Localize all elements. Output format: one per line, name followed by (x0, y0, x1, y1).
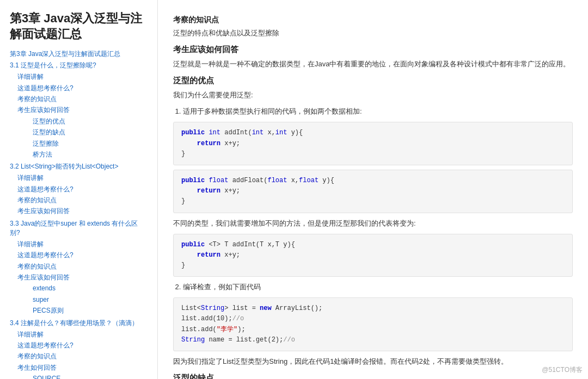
code-block-list: List<String> list = new ArrayList(); lis… (173, 297, 573, 351)
toc-link-3-3-answer[interactable]: 考生应该如何回答 (17, 272, 148, 283)
advantage-item-2: 编译检查，例如下面代码 (183, 281, 573, 293)
toc-link-3-4-detail[interactable]: 详细讲解 (17, 329, 148, 340)
toc-section-3-2: 3.2 List<String>能否转为List<Object> 详细讲解 这道… (10, 162, 148, 217)
toc-link-3-2-answer[interactable]: 考生应该如何回答 (17, 206, 148, 216)
advantages-list-2: 编译检查，例如下面代码 (173, 281, 573, 293)
toc-link-3-4[interactable]: 3.4 注解是什么？有哪些使用场景？（滴滴） (10, 319, 148, 328)
advantage-item-1: 适用于多种数据类型执行相同的代码，例如两个数据相加: (183, 105, 573, 117)
right-panel: 考察的知识点 泛型的特点和优缺点以及泛型擦除 考生应该如何回答 泛型就是一种就是… (158, 0, 588, 379)
answer-heading: 考生应该如何回答 (173, 45, 573, 55)
toc-link-3-1-detail[interactable]: 详细讲解 (17, 71, 148, 82)
toc-link-3-3-consider[interactable]: 这道题想考察什么? (17, 250, 148, 260)
toc-top-link[interactable]: 第3章 Java深入泛型与注解面试题汇总 (10, 49, 148, 59)
toc-link-3-1-disadv[interactable]: 泛型的缺点 (33, 127, 148, 138)
toc-sub2-3-4: SOURCE Lint APT注解处理器 CLASS RUNTIME (17, 373, 148, 379)
code-block-generic-add: public <T> T addInt(T x,T y){ return x+y… (173, 234, 573, 277)
toc-sub2-3-3: extends super PECS原则 (17, 283, 148, 316)
left-panel: 第3章 Java深入泛型与注解面试题汇总 第3章 Java深入泛型与注解面试题汇… (0, 0, 158, 379)
toc-link-3-1-answer[interactable]: 考生应该如何回答 (17, 104, 148, 115)
watermark: @51CTO博客 (542, 365, 583, 375)
toc-link-3-3-knowledge[interactable]: 考察的知识点 (17, 261, 148, 272)
toc-sub-3-3: 详细讲解 这道题想考察什么? 考察的知识点 考生应该如何回答 extends s… (10, 239, 148, 316)
toc-link-3-1-adv[interactable]: 泛型的优点 (33, 116, 148, 127)
toc-link-3-4-source[interactable]: SOURCE (33, 373, 148, 379)
code-block-addfloat: public float addFloat(float x,float y){ … (173, 170, 573, 213)
toc-link-3-2-knowledge[interactable]: 考察的知识点 (17, 195, 148, 206)
toc-section-3-3: 3.3 Java的泛型中super 和 extends 有什么区别? 详细讲解 … (10, 219, 148, 316)
advantages-intro: 我们为什么需要使用泛型: (173, 89, 573, 101)
toc-sub-3-2: 详细讲解 这道题想考察什么? 考察的知识点 考生应该如何回答 (10, 172, 148, 217)
toc-link-3-3-extends[interactable]: extends (33, 283, 148, 294)
main-title: 第3章 Java深入泛型与注解面试题汇总 (10, 11, 148, 42)
toc-link-3-2[interactable]: 3.2 List<String>能否转为List<Object> (10, 162, 148, 171)
toc-link-3-1-erasure[interactable]: 泛型擦除 (33, 138, 148, 149)
toc-link-3-1-knowledge[interactable]: 考察的知识点 (17, 94, 148, 104)
disadvantages-heading: 泛型的缺点 (173, 373, 573, 379)
toc-link-3-4-knowledge[interactable]: 考察的知识点 (17, 351, 148, 362)
knowledge-body: 泛型的特点和优缺点以及泛型擦除 (173, 27, 573, 39)
toc-link-3-3-detail[interactable]: 详细讲解 (17, 239, 148, 250)
code-block-addint: public int addInt(int x,int y){ return x… (173, 122, 573, 165)
toc-sub-3-4: 详细讲解 这道题想考察什么? 考察的知识点 考生如何回答 SOURCE Lint… (10, 329, 148, 379)
toc-link-3-1-bridge[interactable]: 桥方法 (33, 149, 148, 160)
toc-link-3-4-consider[interactable]: 这道题想考察什么? (17, 340, 148, 351)
toc-link-3-1[interactable]: 3.1 泛型是什么，泛型擦除呢? (10, 61, 148, 70)
knowledge-heading: 考察的知识点 (173, 15, 573, 25)
advantages-list: 适用于多种数据类型执行相同的代码，例如两个数据相加: (173, 105, 573, 117)
toc-link-3-2-consider[interactable]: 这道题想考察什么? (17, 184, 148, 195)
toc-link-3-1-consider[interactable]: 这道题想考察什么? (17, 83, 148, 94)
toc-link-3-2-detail[interactable]: 详细讲解 (17, 172, 148, 183)
advantages-heading: 泛型的优点 (173, 76, 573, 86)
toc-link-3-3[interactable]: 3.3 Java的泛型中super 和 extends 有什么区别? (10, 219, 148, 238)
toc-container: 第3章 Java深入泛型与注解面试题汇总 3.1 泛型是什么，泛型擦除呢? 详细… (10, 49, 148, 379)
toc-link-3-4-answer[interactable]: 考生如何回答 (17, 362, 148, 373)
toc-sub2-3-1: 泛型的优点 泛型的缺点 泛型擦除 桥方法 (17, 116, 148, 160)
toc-section-3-4: 3.4 注解是什么？有哪些使用场景？（滴滴） 详细讲解 这道题想考察什么? 考察… (10, 319, 148, 379)
toc-section-3-1: 3.1 泛型是什么，泛型擦除呢? 详细讲解 这道题想考察什么? 考察的知识点 考… (10, 61, 148, 160)
toc-link-3-3-super[interactable]: super (33, 294, 148, 305)
compile-check-text: 因为我们指定了List泛型类型为String，因此在代码1处编译时会报错。而在代… (173, 356, 573, 368)
toc-sub-3-1: 详细讲解 这道题想考察什么? 考察的知识点 考生应该如何回答 泛型的优点 泛型的… (10, 71, 148, 160)
transform-text: 不同的类型，我们就需要增加不同的方法，但是使用泛型那我们的代表将变为: (173, 218, 573, 229)
answer-body: 泛型就是一种就是一种不确定的数据类型，在Java中有着重要的地位，在面向对象编程… (173, 58, 573, 70)
toc-link-3-3-pecs[interactable]: PECS原则 (33, 305, 148, 316)
